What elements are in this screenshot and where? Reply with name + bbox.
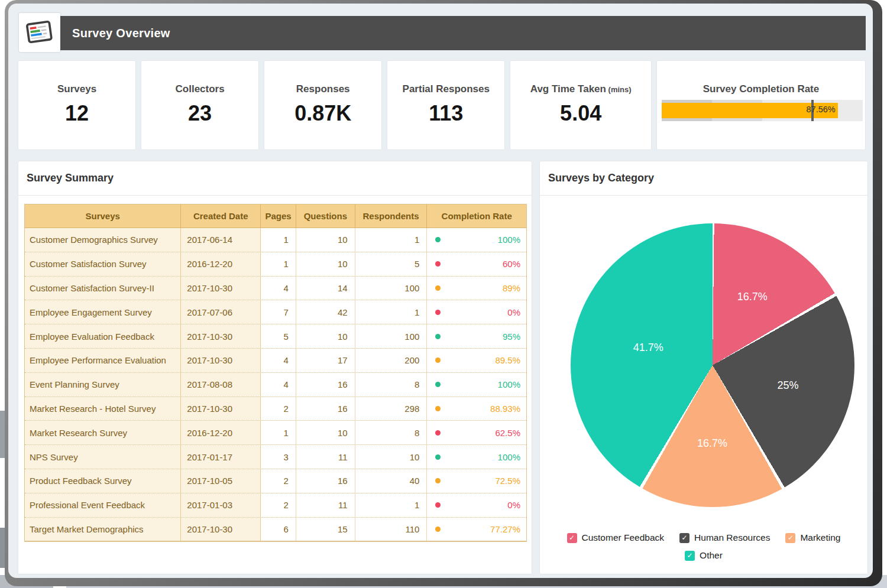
table-row[interactable]: Market Research Survey2016-12-20110862.5…: [25, 421, 526, 445]
table-header-row: SurveysCreated DatePagesQuestionsRespond…: [25, 204, 526, 228]
survey-name-cell: Customer Satisfaction Survey: [25, 252, 181, 276]
pages-cell: 2: [261, 493, 296, 517]
completion-rate-value: 89.5%: [495, 355, 520, 365]
window-frame: Survey Overview Surveys12Collectors23Res…: [5, 0, 882, 586]
completion-rate-cell: 95%: [427, 324, 526, 348]
created-date-cell: 2017-06-14: [181, 228, 261, 252]
survey-name-cell: Employee Performance Evaluation: [25, 349, 181, 372]
respondents-cell: 8: [355, 421, 428, 444]
respondents-cell: 298: [355, 397, 428, 421]
pages-cell: 1: [261, 421, 296, 444]
legend-label: Customer Feedback: [582, 532, 665, 543]
questions-cell: 16: [296, 469, 355, 493]
panel-title: Surveys by Category: [540, 172, 654, 184]
kpi-label: Survey Completion Rate: [657, 83, 865, 95]
pie-slice-label: 41.7%: [633, 342, 663, 354]
completion-rate-value: 0%: [507, 307, 520, 317]
pie-slice-label: 25%: [777, 379, 798, 392]
completion-rate-cell: 72.5%: [427, 469, 526, 493]
questions-cell: 42: [296, 300, 355, 324]
column-header: Surveys: [25, 204, 181, 228]
column-header: Questions: [296, 204, 355, 228]
survey-name-cell: Target Market Demographics: [25, 518, 181, 541]
survey-name-cell: Market Research Survey: [25, 421, 181, 444]
table-row[interactable]: NPS Survey2017-01-1731110100%: [25, 445, 526, 469]
legend-checkbox[interactable]: ✓: [567, 533, 577, 543]
table-row[interactable]: Event Planning Survey2017-08-084168100%: [25, 373, 526, 397]
completion-rate-cell: 88.93%: [427, 397, 526, 421]
pages-cell: 4: [261, 349, 296, 372]
widget-icon-tile: [19, 13, 60, 52]
respondents-cell: 110: [355, 518, 428, 541]
survey-report-icon: [24, 18, 55, 47]
pages-cell: 1: [261, 252, 296, 276]
status-dot: [435, 406, 441, 411]
status-dot: [435, 310, 441, 315]
completion-rate-cell: 0%: [427, 300, 526, 324]
questions-cell: 16: [296, 397, 355, 421]
legend-checkbox[interactable]: ✓: [785, 533, 795, 543]
legend-checkbox[interactable]: ✓: [679, 533, 689, 543]
table-row[interactable]: Employee Performance Evaluation2017-10-3…: [25, 349, 526, 373]
pages-cell: 1: [261, 228, 296, 252]
column-header: Respondents: [355, 204, 428, 228]
status-dot: [435, 502, 441, 508]
table-row[interactable]: Employee Engagement Survey2017-07-067421…: [25, 300, 526, 324]
respondents-cell: 10: [355, 445, 428, 469]
created-date-cell: 2017-10-30: [181, 397, 261, 421]
kpi-card-collectors: Collectors23: [141, 60, 259, 150]
kpi-value: 5.04: [510, 101, 651, 126]
completion-rate-value: 88.93%: [490, 404, 520, 414]
respondents-cell: 1: [355, 493, 428, 517]
pages-cell: 4: [261, 277, 296, 300]
table-row[interactable]: Target Market Demographics2017-10-306151…: [25, 518, 526, 542]
completion-rate-cell: 89.5%: [427, 349, 526, 372]
respondents-cell: 1: [355, 228, 428, 252]
table-row[interactable]: Market Research - Hotel Survey2017-10-30…: [25, 397, 526, 421]
survey-name-cell: Product Feedback Survey: [25, 469, 181, 493]
questions-cell: 16: [296, 373, 355, 397]
legend-item-marketing[interactable]: ✓Marketing: [785, 532, 840, 543]
table-row[interactable]: Professional Event Feedback2017-01-03211…: [25, 493, 526, 518]
kpi-label: Partial Responses: [387, 83, 504, 95]
legend-item-customer-feedback[interactable]: ✓Customer Feedback: [567, 532, 665, 543]
status-dot: [435, 527, 441, 532]
completion-rate-value: 77.27%: [490, 524, 520, 534]
pages-cell: 5: [261, 324, 296, 348]
completion-rate-value: 100%: [498, 379, 520, 389]
kpi-card-responses: Responses0.87K: [264, 60, 382, 150]
legend-item-human-resources[interactable]: ✓Human Resources: [679, 532, 770, 543]
category-pie-chart[interactable]: 16.7%25%16.7%41.7%: [571, 223, 854, 507]
pie-slice-label: 16.7%: [697, 437, 727, 449]
column-header: Created Date: [181, 204, 261, 228]
table-row[interactable]: Employee Evaluation Feedback2017-10-3051…: [25, 324, 526, 349]
legend-checkbox[interactable]: ✓: [685, 551, 695, 561]
pie-slice-label: 16.7%: [737, 290, 768, 303]
questions-cell: 11: [296, 445, 355, 469]
survey-name-cell: Employee Engagement Survey: [25, 300, 181, 324]
kpi-label: Avg Time Taken (mins): [510, 83, 651, 95]
questions-cell: 10: [296, 228, 355, 252]
table-row[interactable]: Product Feedback Survey2017-10-052164072…: [25, 469, 526, 493]
respondents-cell: 100: [355, 277, 428, 300]
created-date-cell: 2017-07-06: [181, 300, 261, 324]
kpi-label: Surveys: [18, 83, 135, 95]
questions-cell: 14: [296, 277, 355, 300]
legend-label: Marketing: [800, 532, 840, 543]
questions-cell: 15: [296, 518, 355, 541]
table-row[interactable]: Customer Satisfaction Survey-II2017-10-3…: [25, 277, 526, 301]
survey-name-cell: Professional Event Feedback: [25, 493, 181, 517]
table-row[interactable]: Customer Demographics Survey2017-06-1411…: [25, 228, 526, 252]
completion-rate-cell: 0%: [427, 493, 526, 517]
table-row[interactable]: Customer Satisfaction Survey2016-12-2011…: [25, 252, 526, 277]
questions-cell: 10: [296, 324, 355, 348]
completion-rate-value: 100%: [498, 235, 520, 245]
survey-name-cell: NPS Survey: [25, 445, 181, 469]
completion-rate-value: 0%: [507, 500, 520, 510]
kpi-label: Responses: [264, 83, 381, 95]
kpi-value: 23: [141, 101, 258, 126]
respondents-cell: 200: [355, 349, 428, 372]
legend-item-other[interactable]: ✓Other: [685, 550, 723, 561]
header-bar: Survey Overview: [60, 16, 866, 50]
panel-title: Survey Summary: [18, 172, 114, 184]
